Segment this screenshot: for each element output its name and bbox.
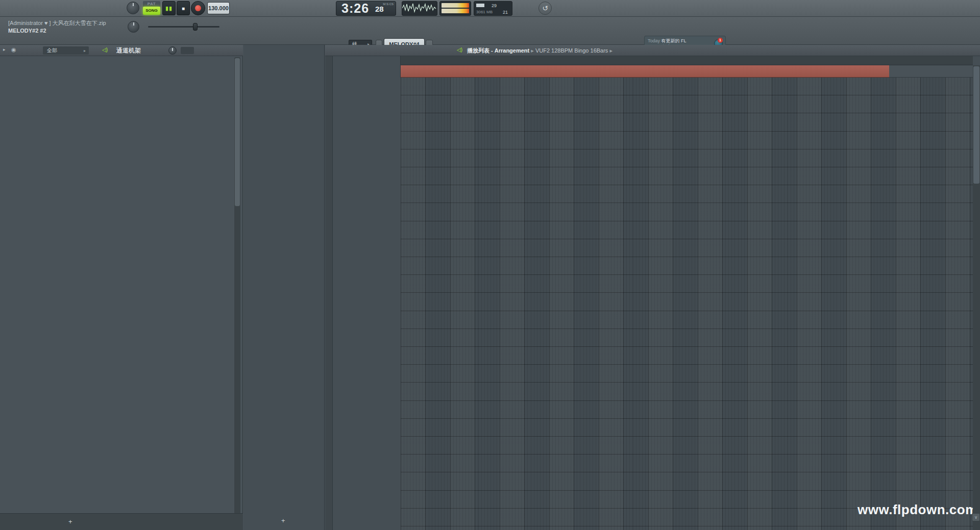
stop-button[interactable]: ■: [177, 1, 190, 15]
filter-arrow-icon: ▸: [84, 47, 86, 55]
notification-prefix: Today: [648, 38, 660, 43]
playlist-titlebar[interactable]: ◁) 播放列表 - Arrangement ▸ VUF2 128BPM Bing…: [325, 45, 980, 56]
stop-icon: ■: [182, 6, 185, 11]
playlist-left-gutter[interactable]: [325, 56, 333, 530]
timeline-ruler-after-end[interactable]: [889, 65, 973, 78]
scroll-down-button[interactable]: ∨: [972, 513, 980, 521]
meter-right: [442, 9, 469, 13]
rack-swing-box[interactable]: [181, 47, 194, 54]
playlist-corner: [333, 56, 401, 78]
channel-list: [0, 57, 234, 513]
rack-scrollbar-thumb[interactable]: [235, 58, 240, 206]
playlist-title: 播放列表 - Arrangement ▸ VUF2 128BPM Bingo 1…: [467, 47, 612, 55]
playlist-subtitle: VUF2 128BPM Bingo 16Bars: [535, 47, 608, 54]
rack-title: 通道机架: [116, 46, 141, 55]
volume-meter[interactable]: [439, 1, 471, 16]
playlist-speaker-icon[interactable]: ◁): [457, 47, 462, 53]
meter-left: [442, 3, 469, 8]
collapse-icon[interactable]: ▸: [3, 47, 6, 52]
cpu-panel[interactable]: 29 3061 MB 21: [474, 1, 512, 16]
song-pat-toggle[interactable]: PAT SONG: [143, 1, 160, 16]
pause-icon: ▮▮: [165, 5, 173, 12]
oscilloscope[interactable]: [402, 1, 437, 16]
memory-value: 3061 MB: [476, 10, 493, 14]
swing-slider-thumb[interactable]: [193, 23, 198, 31]
refresh-icon: ↺: [542, 4, 548, 12]
breadcrumb-sep2-icon: ▸: [609, 47, 612, 54]
time-unit: M:S:CS: [383, 3, 394, 6]
bpm-display[interactable]: 130.000: [207, 2, 230, 14]
refresh-button[interactable]: ↺: [538, 2, 552, 15]
notification-badge: 1: [718, 38, 723, 43]
playlist-grid[interactable]: [401, 78, 973, 530]
playlist-minimap[interactable]: [333, 56, 973, 65]
shuffle-knob[interactable]: [128, 21, 139, 33]
channel-rack-titlebar[interactable]: ▸ ◉ 全部 ▸ ◁) 通道机架: [0, 45, 243, 56]
project-title: [Administrator ♥ ] 大风在刮大雪在下.zip: [8, 19, 106, 27]
current-pattern-title: MELODY#2 #2: [8, 28, 46, 34]
secondary-toolbar: [Administrator ♥ ] 大风在刮大雪在下.zip MELODY#2…: [0, 17, 980, 45]
record-button[interactable]: [191, 1, 205, 15]
channel-filter[interactable]: 全部 ▸: [43, 46, 89, 55]
playlist-scrollbar[interactable]: [973, 65, 980, 530]
oscilloscope-wave: [402, 2, 437, 15]
time-display[interactable]: 3:26 28 M:S:CS: [336, 1, 396, 16]
playlist-scrollbar-thumb[interactable]: [973, 66, 979, 184]
fl-studio-window: PAT SONG ▮▮ ■ 130.000 3:26 28 M:S:CS 29 …: [0, 0, 980, 530]
playlist-panel: ◁) 播放列表 - Arrangement ▸ VUF2 128BPM Bing…: [325, 45, 980, 530]
song-label[interactable]: SONG: [143, 7, 160, 15]
pattern-picker-panel: +: [243, 45, 325, 530]
rack-menu-icon[interactable]: ◉: [11, 46, 16, 53]
time-main: 3:26: [341, 1, 369, 16]
main-toolbar: PAT SONG ▮▮ ■ 130.000 3:26 28 M:S:CS 29 …: [0, 0, 980, 17]
add-channel-button[interactable]: +: [68, 518, 72, 525]
play-pause-button[interactable]: ▮▮: [162, 1, 176, 15]
rack-scrollbar[interactable]: [234, 57, 240, 529]
breadcrumb-sep-icon: ▸: [531, 47, 534, 54]
filter-value: 全部: [47, 47, 57, 53]
rack-bottom-bar: +: [0, 513, 243, 530]
timeline-ruler[interactable]: [401, 65, 889, 78]
pat-label[interactable]: PAT: [143, 1, 160, 7]
cpu-alt-value: 21: [503, 10, 508, 15]
master-knob[interactable]: [127, 2, 139, 14]
playlist-title-text: 播放列表 - Arrangement: [467, 47, 529, 54]
time-frac: 28: [375, 5, 384, 13]
cpu-bar: [476, 4, 484, 7]
channel-rack-panel: ▸ ◉ 全部 ▸ ◁) 通道机架 +: [0, 45, 243, 530]
cpu-value: 29: [492, 3, 497, 8]
rack-speaker-icon[interactable]: ◁): [102, 47, 108, 53]
watermark: www.flpdown.com: [857, 502, 977, 518]
add-pattern-button[interactable]: +: [281, 517, 285, 524]
notification-line1: 有更新的 FL: [662, 38, 687, 43]
swing-slider[interactable]: [148, 26, 219, 28]
record-icon: [195, 5, 201, 11]
rack-swing-knob[interactable]: [168, 46, 177, 55]
